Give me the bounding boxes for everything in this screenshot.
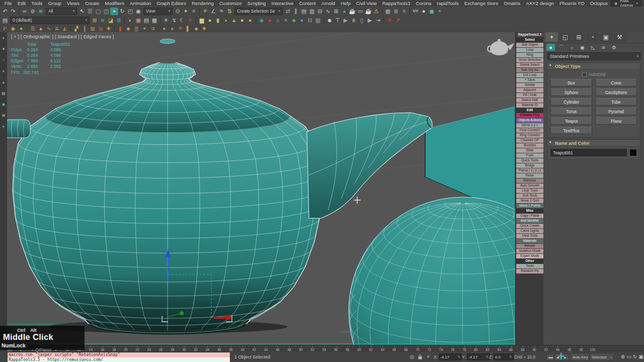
spinner-snap-toggle-icon[interactable]: ⇅ (225, 8, 233, 15)
undo-icon[interactable]: ↶ (1, 8, 9, 15)
film-tool-icon[interactable]: ▯ (358, 17, 366, 24)
red-sphere-tool-icon[interactable]: ● (266, 17, 274, 24)
menu-civil-view[interactable]: Civil View (353, 1, 379, 6)
use-pivot-point-center-icon[interactable]: ⊙ (174, 8, 182, 15)
angle-snap-toggle-icon[interactable]: ∠ (209, 8, 217, 15)
rectangular-selection-region-icon[interactable]: ▢ (94, 8, 102, 15)
target-tool-icon[interactable]: ◉ (9, 26, 17, 32)
rappatools-loop-tools[interactable]: Loop Tools (516, 189, 543, 193)
rappatools-slide[interactable]: Slide (516, 148, 543, 153)
character-tool-icon[interactable]: ☻ (326, 17, 334, 24)
autogrid-checkbox[interactable] (582, 72, 587, 77)
primitive-button-textplus[interactable]: TextPlus (550, 127, 592, 134)
toggle-ribbon-icon[interactable]: ⊟ (316, 8, 324, 15)
rappatools-select-half[interactable]: Select Half (516, 98, 543, 103)
bones-tool-icon[interactable]: ⋔ (350, 17, 358, 24)
moon-tool-icon[interactable]: ☾ (178, 17, 186, 24)
object-name-field[interactable]: Teapot001 (550, 149, 627, 156)
list-tool-icon[interactable]: ☰ (29, 26, 37, 32)
grid-side-tool-icon[interactable]: ⊞ (1, 113, 7, 118)
primitive-button-box[interactable]: Box (550, 79, 592, 86)
block-tool-icon[interactable]: ▌ (184, 26, 192, 32)
rappatools-quick-tools[interactable]: Quick Tools (516, 158, 543, 163)
rappatools-sub-obj-iso[interactable]: Sub Obj Iso (516, 68, 543, 72)
clipboard-tool-icon[interactable]: ⊡ (306, 17, 314, 24)
percent-snap-toggle-icon[interactable]: % (217, 8, 225, 15)
rappatools-materials[interactable]: Materials (516, 239, 543, 243)
plug-tool-icon[interactable]: ↯ (170, 17, 178, 24)
sphere-preview-icon[interactable]: ● (420, 8, 428, 15)
category-geometry[interactable]: ● (546, 44, 555, 51)
mountain-tool-icon[interactable]: ▲ (37, 26, 45, 32)
select-and-rotate-icon[interactable]: ↻ (118, 8, 126, 15)
select-and-link-icon[interactable]: ∞ (21, 8, 29, 15)
red-rows-tool-icon[interactable]: ▤ (97, 26, 105, 32)
render-setup-icon[interactable]: ☕ (348, 8, 356, 15)
tab-create[interactable]: + (545, 33, 558, 42)
foliage-side-tool-icon[interactable]: ♠ (1, 68, 7, 74)
name-color-rollout-header[interactable]: Name and Color (547, 139, 640, 147)
rappatools-copy-paste[interactable]: Copy / Paste (516, 214, 543, 218)
cylinder-primitive-tool-icon[interactable]: ▮ (214, 17, 222, 24)
rappatools-editable-poly[interactable]: Editable Poly (516, 113, 543, 118)
dot-side-tool-icon[interactable]: ● (1, 124, 7, 129)
menu-phoenix-fd[interactable]: Phoenix FD (556, 1, 587, 6)
menu-views[interactable]: Views (64, 1, 82, 6)
toggle-scene-explorer-icon[interactable]: ▤ (300, 8, 308, 15)
array-tools-icon[interactable]: ≣ (392, 8, 400, 15)
select-and-manipulate-icon[interactable]: ✦ (182, 8, 190, 15)
object-color-swatch[interactable] (629, 149, 637, 156)
primitive-button-geosphere[interactable]: GeoSphere (595, 88, 637, 96)
autodesk-app-icon[interactable]: ✦ (436, 8, 444, 15)
table-view-tool-icon[interactable]: ▦ (150, 17, 158, 24)
menu-scripting[interactable]: Scripting (245, 1, 269, 6)
rappatools-chamfer-op[interactable]: Chamfer OP (516, 138, 543, 143)
primitive-button-torus[interactable]: Torus (550, 108, 592, 115)
menu-exchange-store[interactable]: Exchange Store (461, 1, 501, 6)
x-coordinate-field[interactable]: -4.17⇅ (439, 353, 462, 360)
user-account-menu[interactable]: ☻ Rust Arazov (611, 0, 641, 7)
rappatools-bridge[interactable]: Bridge (516, 163, 543, 168)
sphere-primitive-tool-icon[interactable]: ● (206, 17, 214, 24)
layer-list-icon[interactable]: ≋ (99, 17, 107, 24)
rappatools-material-id[interactable]: Material ID (516, 103, 543, 108)
daylight-tool-icon[interactable]: ✳ (186, 17, 194, 24)
vehicle-tool-icon[interactable]: ▶ (342, 17, 350, 24)
primitive-button-cone[interactable]: Cone (595, 79, 637, 86)
foliage-tool-icon[interactable]: ♣ (290, 17, 298, 24)
leaf-tool-icon[interactable]: ♠ (168, 26, 176, 32)
maximize-viewport-toggle-icon[interactable]: ▣ (638, 353, 644, 360)
selection-filter-dropdown[interactable]: All (46, 8, 77, 15)
layer-dropdown[interactable]: 0 (default) (10, 17, 90, 24)
select-and-move-icon[interactable]: + (110, 8, 118, 15)
isolate-selection-toggle[interactable]: ◎ (409, 353, 416, 360)
radial-tools-icon[interactable]: ✳ (400, 8, 408, 15)
add-gold-tool-icon[interactable]: ✚ (105, 26, 113, 32)
menu-rendering[interactable]: Rendering (189, 1, 216, 6)
scene-explorer-toggle-icon[interactable]: ▤ (1, 17, 9, 24)
snaps-toggle-icon[interactable]: 3³ (201, 8, 209, 15)
named-selection-sets-dropdown[interactable]: Create Selection Se (234, 8, 283, 15)
columns-tool-icon[interactable]: ║ (80, 26, 89, 32)
primitive-button-sphere[interactable]: Sphere (550, 88, 592, 96)
cone-primitive-tool-icon[interactable]: ▲ (230, 17, 238, 24)
bar-tool-icon[interactable]: ❚ (116, 26, 124, 32)
rappatools-ring[interactable]: Ring (516, 53, 543, 57)
arnold-warning-icon[interactable]: ⚠ (372, 8, 380, 15)
rappatools-render[interactable]: Render (516, 244, 543, 248)
dot-tool-icon[interactable]: ● (160, 26, 168, 32)
rappatools-push[interactable]: Push (516, 153, 543, 158)
tan-sphere-tool-icon[interactable]: ● (246, 17, 254, 24)
selection-lock-toggle[interactable] (417, 353, 424, 360)
menu-axyz-design[interactable]: AXYZ design (523, 1, 556, 6)
launch-tool-icon[interactable]: ↗ (393, 17, 401, 24)
material-editor-icon[interactable]: ◕ (340, 8, 348, 15)
teal-diamond-tool-icon[interactable]: ◈ (258, 17, 266, 24)
uv-tools-icon[interactable]: UV (412, 8, 420, 15)
menu-modifiers[interactable]: Modifiers (102, 1, 127, 6)
key-filter-dropdown[interactable]: Selected (590, 353, 614, 361)
rappatools-loop[interactable]: Loop (516, 48, 543, 52)
keyboard-shortcut-override-icon[interactable]: ⌗ (190, 8, 198, 15)
render-production-icon[interactable]: ☕ (364, 8, 372, 15)
bind-to-space-warp-icon[interactable]: ≋ (37, 8, 45, 15)
